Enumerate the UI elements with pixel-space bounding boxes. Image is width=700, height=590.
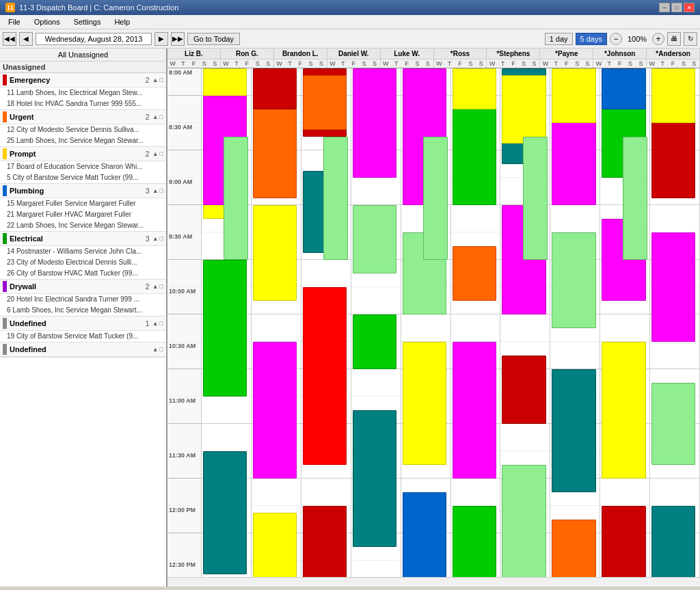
category-electrical-header[interactable]: Electrical 3 ▲ □ (0, 232, 166, 246)
job-block[interactable] (403, 492, 446, 577)
category-emergency-header[interactable]: Emergency 2 ▲ □ (0, 73, 166, 88)
job-block[interactable] (602, 342, 645, 479)
job-block[interactable] (453, 246, 496, 301)
goto-today-button[interactable]: Go to Today (187, 33, 240, 45)
menu-options[interactable]: Options (29, 16, 66, 27)
prev-button[interactable]: ◀ (19, 32, 33, 46)
menu-help[interactable]: Help (109, 16, 135, 27)
job-block[interactable] (253, 68, 297, 109)
collapse-icon[interactable]: ▲ (152, 283, 159, 290)
minimize-button[interactable]: ─ (659, 3, 670, 12)
next-next-button[interactable]: ▶▶ (171, 32, 185, 46)
list-item[interactable]: 15 Margaret Fuller Service Margaret Full… (0, 198, 166, 209)
job-block[interactable] (453, 68, 496, 109)
job-block[interactable] (323, 137, 348, 260)
collapse-icon[interactable]: ▲ (152, 150, 159, 157)
job-block[interactable] (423, 137, 448, 260)
job-block[interactable] (353, 410, 396, 547)
close-button[interactable]: ✕ (684, 3, 695, 12)
job-block[interactable] (651, 68, 695, 123)
expand-icon[interactable]: □ (160, 113, 163, 120)
list-item[interactable]: 11 Lamb Shoes, Inc Electrical Megan Stew… (0, 88, 166, 98)
job-block[interactable] (203, 451, 247, 574)
expand-icon[interactable]: □ (160, 283, 163, 290)
job-block[interactable] (523, 137, 548, 260)
job-block[interactable] (651, 232, 695, 342)
list-item[interactable]: 18 Hotel Inc HVAC Sandra Turner 999 555.… (0, 98, 166, 109)
job-block[interactable] (303, 75, 347, 130)
category-drywall-header[interactable]: Drywall 2 ▲ □ (0, 280, 166, 294)
list-item[interactable]: 25 Lamb Shoes, Inc Service Megan Stewar.… (0, 135, 166, 146)
job-block[interactable] (403, 342, 446, 465)
expand-icon[interactable]: □ (160, 346, 163, 353)
collapse-icon[interactable]: ▲ (152, 113, 159, 120)
collapse-icon[interactable]: ▲ (152, 320, 159, 327)
job-block[interactable] (651, 506, 695, 577)
expand-icon[interactable]: □ (160, 77, 163, 83)
category-urgent-header[interactable]: Urgent 2 ▲ □ (0, 110, 166, 124)
list-item[interactable]: 14 Postmaster - Williams Service John Cl… (0, 246, 166, 257)
list-item[interactable]: 19 City of Barstow Service Matt Tucker (… (0, 331, 166, 342)
left-panel-scroll[interactable]: Emergency 2 ▲ □ 11 Lamb Shoes, Inc Elect… (0, 73, 166, 587)
job-block[interactable] (303, 506, 347, 577)
list-item[interactable]: 5 City of Barstow Service Matt Tucker (9… (0, 172, 166, 183)
job-block[interactable] (303, 287, 347, 465)
job-block[interactable] (602, 68, 645, 109)
category-prompt-header[interactable]: Prompt 2 ▲ □ (0, 147, 166, 161)
expand-icon[interactable]: □ (160, 320, 163, 327)
refresh-button[interactable]: ↻ (684, 32, 697, 46)
expand-icon[interactable]: □ (160, 235, 163, 242)
collapse-icon[interactable]: ▲ (152, 187, 159, 194)
list-item[interactable]: 23 City of Modesto Electrical Dennis Sul… (0, 257, 166, 268)
collapse-icon[interactable]: ▲ (152, 77, 159, 83)
job-block[interactable] (602, 506, 645, 577)
job-block[interactable] (353, 68, 396, 178)
zoom-in-button[interactable]: + (652, 33, 664, 45)
job-block[interactable] (502, 75, 546, 144)
job-block[interactable] (353, 314, 396, 369)
job-block[interactable] (353, 205, 396, 273)
list-item[interactable]: 12 City of Modesto Service Dennis Sulliv… (0, 124, 166, 135)
job-block[interactable] (453, 342, 496, 479)
job-block[interactable] (552, 232, 595, 328)
list-item[interactable]: 20 Hotel Inc Electrical Sandra Turner 99… (0, 294, 166, 305)
job-block[interactable] (502, 465, 546, 577)
next-button[interactable]: ▶ (154, 32, 168, 46)
view-1day-button[interactable]: 1 day (545, 33, 573, 45)
job-block[interactable] (623, 137, 647, 260)
print-button[interactable]: 🖶 (667, 32, 681, 46)
category-undefined-2-header[interactable]: Undefined ▲ □ (0, 343, 166, 357)
view-5days-button[interactable]: 5 days (576, 33, 607, 45)
job-block[interactable] (224, 137, 248, 260)
zoom-out-button[interactable]: − (610, 33, 622, 45)
maximize-button[interactable]: □ (671, 3, 682, 12)
category-plumbing-header[interactable]: Plumbing 3 ▲ □ (0, 184, 166, 198)
list-item[interactable]: 22 Lamb Shoes, Inc Service Megan Stewar.… (0, 220, 166, 231)
list-item[interactable]: 26 City of Barstow HVAC Matt Tucker (99.… (0, 268, 166, 279)
menu-file[interactable]: File (3, 16, 26, 27)
list-item[interactable]: 21 Margaret Fuller HVAC Margaret Fuller (0, 209, 166, 220)
expand-icon[interactable]: □ (160, 150, 163, 157)
toolbar: ◀◀ ◀ Wednesday, August 28, 2013 ▶ ▶▶ Go … (0, 29, 700, 49)
prev-prev-button[interactable]: ◀◀ (3, 32, 16, 46)
job-block[interactable] (552, 369, 595, 492)
job-block[interactable] (253, 513, 297, 577)
job-block[interactable] (203, 260, 247, 397)
collapse-icon[interactable]: ▲ (152, 235, 159, 242)
job-block[interactable] (552, 68, 595, 123)
bottom-scrollbar[interactable] (167, 577, 700, 587)
list-item[interactable]: 17 Board of Education Service Sharon Whi… (0, 161, 166, 172)
expand-icon[interactable]: □ (160, 187, 163, 194)
collapse-icon[interactable]: ▲ (152, 346, 159, 353)
schedule-grid[interactable]: 8:00 AM8:30 AM9:00 AM9:30 AM10:00 AM10:3… (167, 68, 700, 577)
job-block[interactable] (552, 520, 595, 577)
job-block[interactable] (502, 356, 546, 424)
category-undefined-1-header[interactable]: Undefined 1 ▲ □ (0, 317, 166, 331)
list-item[interactable]: 6 Lamb Shoes, Inc Service Megan Stewart.… (0, 305, 166, 316)
time-slot: 8:00 AM (167, 68, 201, 96)
job-block[interactable] (253, 342, 297, 479)
job-block[interactable] (253, 205, 297, 301)
job-block[interactable] (453, 506, 496, 577)
menu-settings[interactable]: Settings (68, 16, 107, 27)
job-block[interactable] (651, 383, 695, 465)
